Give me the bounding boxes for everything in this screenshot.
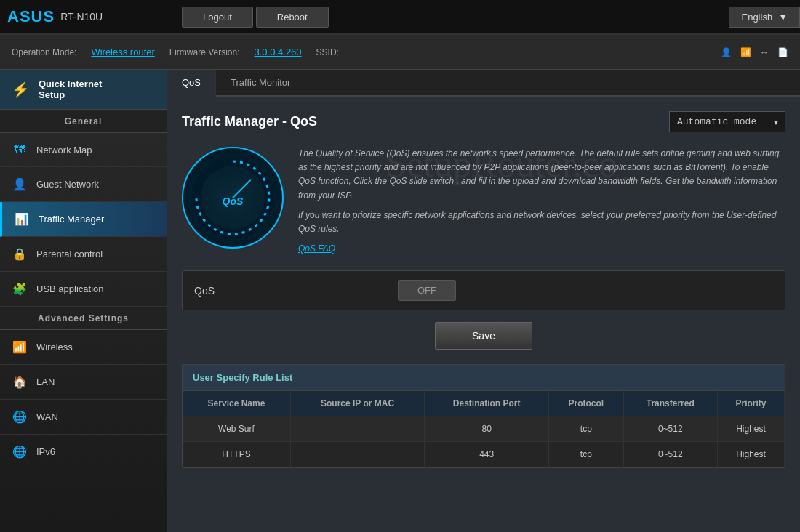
- main-content: SetupRouter.co QoS Traffic Monitor Traff…: [167, 70, 800, 532]
- sidebar-item-label: WAN: [36, 411, 58, 422]
- info-section: QoS The Quality of Service (QoS) ensures…: [182, 147, 785, 256]
- user-icon: 👤: [721, 47, 732, 57]
- sidebar-item-label: Wireless: [36, 342, 73, 352]
- col-dest-port: Destination Port: [425, 391, 549, 416]
- cell-source: [290, 442, 424, 467]
- logo-model: RT-N10U: [60, 11, 103, 23]
- cell-dest-port: 80: [425, 416, 549, 442]
- guest-network-icon: 👤: [12, 177, 28, 191]
- save-row: Save: [182, 322, 785, 350]
- rule-list-section: User Specify Rule List Service Name Sour…: [182, 364, 785, 468]
- logout-button[interactable]: Logout: [182, 7, 253, 28]
- page-title-row: Traffic Manager - QoS Automatic mode Man…: [182, 111, 785, 132]
- qos-toggle-row: QoS OFF: [182, 270, 785, 310]
- col-priority: Priority: [717, 391, 784, 416]
- col-service-name: Service Name: [183, 391, 290, 416]
- reboot-button[interactable]: Reboot: [256, 7, 329, 28]
- col-transferred: Transferred: [623, 391, 717, 416]
- sidebar-item-label: Parental control: [36, 249, 103, 259]
- quick-setup-item[interactable]: ⚡ Quick InternetSetup: [0, 70, 167, 110]
- cell-priority: Highest: [717, 416, 784, 442]
- sidebar-item-label: USB application: [36, 283, 104, 294]
- sidebar-item-label: IPv6: [36, 446, 55, 457]
- info-icons: 👤 📶 ↔ 📄: [721, 47, 788, 57]
- cell-protocol: tcp: [549, 442, 623, 467]
- language-button[interactable]: English ▼: [729, 7, 800, 28]
- general-section-header: General: [0, 110, 167, 133]
- save-button[interactable]: Save: [435, 322, 532, 350]
- lan-icon: 🏠: [12, 375, 28, 389]
- sidebar-item-wireless[interactable]: 📶 Wireless: [0, 330, 167, 365]
- cell-service: Web Surf: [183, 416, 290, 442]
- wan-icon: 🌐: [12, 410, 28, 424]
- qos-toggle-button[interactable]: OFF: [398, 280, 456, 301]
- sidebar-item-parental-control[interactable]: 🔒 Parental control: [0, 237, 167, 272]
- sidebar-item-label: Traffic Manager: [39, 214, 104, 225]
- advanced-section-header: Advanced Settings: [0, 307, 167, 330]
- table-row: Web Surf 80 tcp 0~512 Highest: [183, 416, 785, 442]
- quick-setup-label: Quick InternetSetup: [39, 78, 102, 100]
- firmware-label: Firmware Version:: [169, 47, 240, 57]
- content-body: Traffic Manager - QoS Automatic mode Man…: [167, 97, 800, 483]
- sidebar-item-label: LAN: [36, 376, 55, 387]
- sidebar-item-label: Guest Network: [36, 179, 99, 190]
- mode-select-wrap: Automatic mode Manual mode Disable: [669, 111, 785, 132]
- tab-traffic-monitor[interactable]: Traffic Monitor: [216, 70, 305, 95]
- qos-faq-link[interactable]: QoS FAQ: [298, 243, 335, 254]
- logo-asus: ASUS: [7, 7, 55, 26]
- parental-control-icon: 🔒: [12, 247, 28, 261]
- sidebar-item-lan[interactable]: 🏠 LAN: [0, 365, 167, 400]
- cell-transferred: 0~512: [623, 416, 717, 442]
- quick-setup-icon: ⚡: [12, 81, 30, 98]
- cell-service: HTTPS: [183, 442, 290, 467]
- top-bar: ASUS RT-N10U Logout Reboot English ▼: [0, 0, 800, 35]
- operation-mode-label: Operation Mode:: [12, 47, 76, 57]
- top-buttons: Logout Reboot: [182, 7, 329, 28]
- cell-dest-port: 443: [425, 442, 549, 467]
- rule-list-header: User Specify Rule List: [183, 365, 785, 391]
- col-source-ip: Source IP or MAC: [290, 391, 424, 416]
- cell-protocol: tcp: [549, 416, 623, 442]
- wireless-icon: 📶: [12, 340, 28, 354]
- qos-gauge-image: QoS: [182, 147, 284, 249]
- sidebar-item-guest-network[interactable]: 👤 Guest Network: [0, 167, 167, 202]
- cell-transferred: 0~512: [623, 442, 717, 467]
- col-protocol: Protocol: [549, 391, 623, 416]
- sidebar-item-traffic-manager[interactable]: 📊 Traffic Manager: [0, 202, 167, 237]
- share-icon: ↔: [760, 47, 769, 57]
- firmware-value[interactable]: 3.0.0.4.260: [255, 47, 302, 57]
- sidebar-item-label: Network Map: [36, 145, 92, 156]
- qos-toggle-label: QoS: [194, 285, 398, 297]
- info-bar: Operation Mode: Wireless router Firmware…: [0, 35, 800, 70]
- sidebar: ⚡ Quick InternetSetup General 🗺 Network …: [0, 70, 167, 532]
- main-layout: ⚡ Quick InternetSetup General 🗺 Network …: [0, 70, 800, 532]
- cell-priority: Highest: [717, 442, 784, 467]
- operation-mode-value[interactable]: Wireless router: [91, 47, 154, 57]
- info-text-block: The Quality of Service (QoS) ensures the…: [298, 147, 785, 256]
- lang-area: English ▼: [729, 7, 800, 28]
- doc-icon: 📄: [777, 47, 788, 57]
- qos-gauge-svg: QoS: [189, 154, 276, 241]
- tab-qos[interactable]: QoS: [167, 70, 216, 97]
- sidebar-item-ipv6[interactable]: 🌐 IPv6: [0, 435, 167, 469]
- table-row: HTTPS 443 tcp 0~512 Highest: [183, 442, 785, 467]
- cell-source: [290, 416, 424, 442]
- page-title: Traffic Manager - QoS: [182, 114, 317, 129]
- logo-area: ASUS RT-N10U: [0, 0, 167, 33]
- rule-list-table: Service Name Source IP or MAC Destinatio…: [183, 391, 785, 467]
- mode-select[interactable]: Automatic mode Manual mode Disable: [669, 111, 785, 132]
- network-map-icon: 🗺: [12, 143, 28, 156]
- tabs-bar: QoS Traffic Monitor: [167, 70, 800, 97]
- sidebar-item-network-map[interactable]: 🗺 Network Map: [0, 133, 167, 167]
- ipv6-icon: 🌐: [12, 445, 28, 459]
- sidebar-item-usb-application[interactable]: 🧩 USB application: [0, 272, 167, 307]
- usb-application-icon: 🧩: [12, 282, 28, 296]
- sidebar-item-wan[interactable]: 🌐 WAN: [0, 400, 167, 435]
- traffic-manager-icon: 📊: [14, 212, 30, 226]
- ssid-label: SSID:: [316, 47, 339, 57]
- signal-icon: 📶: [740, 47, 751, 57]
